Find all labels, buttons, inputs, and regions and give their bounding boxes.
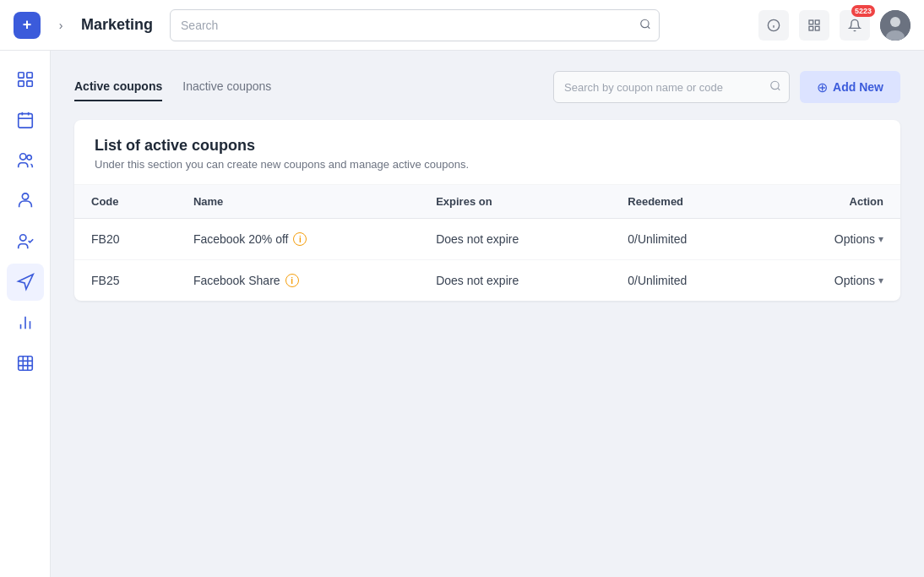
tab-search-area: ⊕ Add New [553, 71, 900, 103]
svg-rect-13 [18, 81, 23, 86]
svg-point-20 [26, 155, 31, 161]
svg-rect-14 [26, 81, 31, 86]
tabs-row: Active coupons Inactive coupons ⊕ Add Ne… [74, 71, 900, 103]
add-new-icon: ⊕ [817, 79, 828, 95]
col-header-code: Code [74, 185, 177, 219]
app-logo[interactable]: + [14, 12, 41, 39]
row2-code: FB25 [74, 260, 177, 302]
row1-options-button[interactable]: Options ▾ [834, 232, 883, 246]
notification-button[interactable]: 5223 [840, 10, 870, 41]
row1-chevron-icon: ▾ [878, 233, 883, 245]
table-header: Code Name Expires on Reedemed Action [74, 185, 900, 219]
table-row: FB25 Facebook Share i Does not expire 0/… [74, 260, 900, 302]
svg-rect-6 [809, 26, 813, 30]
row2-name: Facebook Share i [177, 260, 419, 302]
sidebar-item-groups[interactable] [7, 142, 44, 179]
coupons-list-card: List of active coupons Under this sectio… [74, 120, 900, 301]
table-row: FB20 Facebook 20% off i Does not expire … [74, 219, 900, 260]
svg-rect-26 [18, 357, 32, 371]
sidebar-item-person-check[interactable] [7, 223, 44, 260]
col-header-name: Name [177, 185, 419, 219]
row2-expires: Does not expire [419, 260, 611, 302]
tab-active-coupons[interactable]: Active coupons [74, 73, 162, 101]
svg-rect-7 [815, 26, 819, 30]
svg-point-9 [890, 17, 900, 27]
svg-rect-15 [18, 114, 32, 128]
row2-action: Options ▾ [764, 260, 900, 302]
list-card-title: List of active coupons [95, 137, 880, 155]
header-actions: 5223 [758, 10, 910, 41]
sidebar-item-dashboard[interactable] [7, 61, 44, 98]
sidebar [0, 51, 51, 577]
sidebar-item-calendar[interactable] [7, 101, 44, 139]
sidebar-toggle[interactable]: › [51, 15, 71, 35]
content-area: Active coupons Inactive coupons ⊕ Add Ne… [51, 51, 924, 577]
sidebar-item-marketing[interactable] [7, 264, 44, 301]
list-card-subtitle: Under this section you can create new co… [95, 158, 880, 171]
search-icon [639, 18, 651, 32]
global-search [170, 9, 660, 41]
user-avatar[interactable] [880, 10, 910, 41]
row1-name: Facebook 20% off i [177, 219, 419, 260]
row1-action: Options ▾ [764, 219, 900, 260]
row1-info-icon[interactable]: i [293, 232, 307, 246]
svg-point-0 [641, 19, 649, 27]
svg-point-19 [19, 154, 25, 160]
coupon-search-input[interactable] [553, 71, 790, 103]
header: + › Marketing 5223 [0, 0, 924, 51]
row2-chevron-icon: ▾ [878, 275, 883, 286]
col-header-expires: Expires on [419, 185, 611, 219]
info-button[interactable] [758, 10, 789, 41]
row2-info-icon[interactable]: i [285, 274, 299, 287]
svg-rect-11 [18, 73, 23, 78]
list-card-header: List of active coupons Under this sectio… [74, 120, 900, 185]
sidebar-item-team[interactable] [7, 182, 44, 220]
notification-badge: 5223 [851, 5, 875, 17]
row2-redeemed: 0/Unlimited [611, 260, 764, 302]
coupons-table: Code Name Expires on Reedemed Action FB2… [74, 185, 900, 301]
grid-button[interactable] [799, 10, 829, 41]
add-new-button[interactable]: ⊕ Add New [800, 71, 900, 103]
row1-expires: Does not expire [419, 219, 611, 260]
svg-point-21 [22, 193, 28, 199]
svg-point-31 [771, 81, 779, 89]
main-layout: Active coupons Inactive coupons ⊕ Add Ne… [0, 51, 924, 577]
coupon-search [553, 71, 790, 103]
svg-point-22 [19, 235, 25, 241]
svg-rect-12 [26, 73, 31, 78]
col-header-action: Action [764, 185, 900, 219]
sidebar-item-grid[interactable] [7, 345, 44, 382]
row2-options-button[interactable]: Options ▾ [834, 274, 883, 287]
sidebar-item-analytics[interactable] [7, 304, 44, 341]
search-input[interactable] [170, 9, 660, 41]
row1-code: FB20 [74, 219, 177, 260]
svg-rect-4 [809, 20, 813, 24]
table-body: FB20 Facebook 20% off i Does not expire … [74, 219, 900, 302]
coupon-search-icon [769, 80, 781, 95]
row1-redeemed: 0/Unlimited [611, 219, 764, 260]
page-title: Marketing [81, 16, 153, 34]
col-header-redeemed: Reedemed [611, 185, 764, 219]
svg-rect-5 [815, 20, 819, 24]
tab-inactive-coupons[interactable]: Inactive coupons [182, 73, 271, 101]
